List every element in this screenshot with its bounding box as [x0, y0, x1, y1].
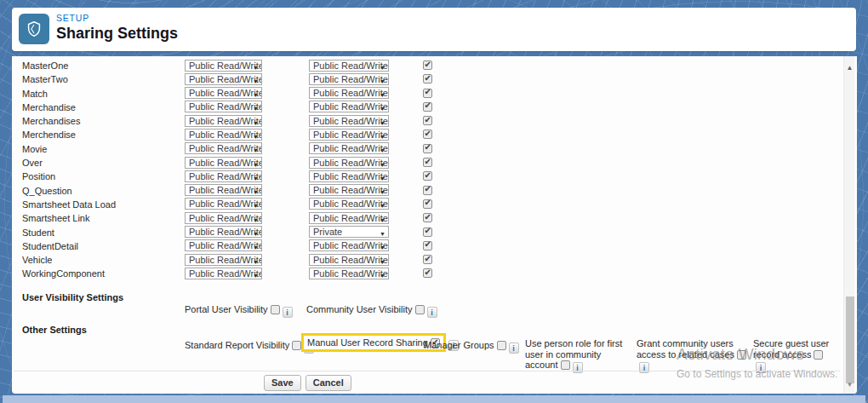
- grant-access-hierarchies-checkbox[interactable]: [423, 144, 432, 153]
- default-internal-access-select[interactable]: Public Read/Write▼: [185, 101, 262, 112]
- table-row: MerchandisePublic Read/Write▼Public Read…: [12, 101, 840, 114]
- default-external-access-select[interactable]: Public Read/Write▼: [309, 60, 389, 72]
- table-row: PositionPublic Read/Write▼Public Read/Wr…: [12, 170, 840, 183]
- default-internal-access-select[interactable]: Public Read/Write▼: [185, 226, 262, 238]
- object-name-label: WorkingComponent: [22, 268, 105, 279]
- grant-access-hierarchies-checkbox[interactable]: [423, 199, 432, 209]
- info-icon[interactable]: i: [639, 362, 649, 373]
- grant-access-hierarchies-checkbox[interactable]: [423, 60, 432, 70]
- grant-access-hierarchies-checkbox[interactable]: [423, 102, 432, 112]
- grant-access-hierarchies-checkbox[interactable]: [423, 89, 432, 98]
- default-internal-access-select[interactable]: Public Read/Write▼: [185, 73, 262, 85]
- grant-access-hierarchies-checkbox[interactable]: [423, 255, 432, 264]
- vertical-scrollbar[interactable]: ▲ ▼: [843, 56, 854, 394]
- save-button[interactable]: Save: [264, 375, 301, 391]
- default-external-access-select[interactable]: Public Read/Write▼: [309, 115, 389, 127]
- selected-option-label: Public Read/Write: [313, 130, 388, 141]
- selected-option-label: Public Read/Write: [313, 143, 388, 154]
- setting-community: Community User Visibilityi: [306, 304, 437, 318]
- table-row: VehiclePublic Read/Write▼Public Read/Wri…: [12, 253, 840, 267]
- default-internal-access-select[interactable]: Public Read/Write▼: [185, 184, 262, 196]
- object-name-label: MasterOne: [22, 60, 68, 71]
- default-external-access-select[interactable]: Public Read/Write▼: [309, 157, 389, 169]
- dropdown-arrow-icon: ▼: [380, 118, 385, 127]
- default-internal-access-select[interactable]: Public Read/Write▼: [185, 198, 262, 210]
- info-icon[interactable]: i: [756, 362, 766, 373]
- bottom-bar: [3, 395, 865, 403]
- portal-checkbox[interactable]: [271, 305, 280, 314]
- grant-access-hierarchies-checkbox[interactable]: [423, 130, 432, 139]
- default-external-access-select[interactable]: Public Read/Write▼: [309, 73, 389, 85]
- secure-guest-checkbox[interactable]: [814, 350, 823, 360]
- selected-option-label: Public Read/Write: [313, 268, 388, 279]
- default-external-access-select[interactable]: Public Read/Write▼: [309, 254, 389, 266]
- setup-eyebrow: SETUP: [56, 13, 178, 23]
- default-internal-access-select[interactable]: Public Read/Write▼: [185, 60, 262, 72]
- grant-access-hierarchies-checkbox[interactable]: [423, 227, 432, 237]
- grant-access-hierarchies-checkbox[interactable]: [423, 268, 432, 278]
- selected-option-label: Public Read/Write: [313, 171, 388, 182]
- info-icon[interactable]: i: [283, 307, 293, 318]
- info-icon[interactable]: i: [573, 362, 583, 373]
- dropdown-arrow-icon: ▼: [253, 271, 259, 279]
- default-external-access-select[interactable]: Public Read/Write▼: [309, 170, 389, 182]
- selected-option-label: Public Read/Write: [189, 143, 262, 154]
- info-icon[interactable]: i: [427, 307, 437, 318]
- default-internal-access-select[interactable]: Public Read/Write▼: [185, 268, 262, 279]
- grant-access-hierarchies-checkbox[interactable]: [423, 213, 432, 222]
- object-name-label: Position: [22, 171, 55, 181]
- grant-access-hierarchies-checkbox[interactable]: [423, 116, 432, 125]
- default-internal-access-select[interactable]: Public Read/Write▼: [185, 129, 262, 141]
- default-external-access-select[interactable]: Public Read/Write▼: [309, 198, 389, 210]
- dropdown-arrow-icon: ▼: [380, 90, 385, 99]
- object-name-label: Merchandise: [22, 102, 76, 112]
- default-external-access-select[interactable]: Public Read/Write▼: [309, 239, 389, 251]
- default-internal-access-select[interactable]: Public Read/Write▼: [185, 254, 262, 266]
- default-internal-access-select[interactable]: Public Read/Write▼: [185, 87, 262, 99]
- grant-access-hierarchies-checkbox[interactable]: [423, 241, 432, 250]
- table-row: OverPublic Read/Write▼Public Read/Write▼: [12, 156, 840, 170]
- default-internal-access-select[interactable]: Public Read/Write▼: [185, 239, 262, 251]
- table-row: Smartsheet LinkPublic Read/Write▼Public …: [12, 211, 840, 225]
- default-external-access-select[interactable]: Public Read/Write▼: [309, 87, 389, 99]
- table-row: WorkingComponentPublic Read/Write▼Public…: [12, 267, 840, 280]
- selected-option-label: Public Read/Write: [189, 213, 262, 224]
- grant-access-hierarchies-checkbox[interactable]: [423, 74, 432, 83]
- grant-access-hierarchies-checkbox[interactable]: [423, 171, 432, 181]
- manager-groups-checkbox[interactable]: [497, 341, 506, 350]
- dropdown-arrow-icon: ▼: [380, 243, 385, 251]
- default-internal-access-select[interactable]: Public Read/Write▼: [185, 115, 262, 127]
- community-checkbox[interactable]: [415, 305, 425, 314]
- dropdown-arrow-icon: ▼: [380, 229, 385, 238]
- default-internal-access-select[interactable]: Public Read/Write▼: [185, 212, 262, 224]
- dropdown-arrow-icon: ▼: [253, 90, 259, 99]
- grant-community-checkbox[interactable]: [737, 350, 746, 360]
- header-text: SETUP Sharing Settings: [56, 13, 178, 43]
- table-row: Q_QuestionPublic Read/Write▼Public Read/…: [12, 184, 840, 198]
- default-external-access-select[interactable]: Public Read/Write▼: [309, 101, 389, 112]
- grant-access-hierarchies-checkbox[interactable]: [423, 158, 432, 167]
- default-external-access-select[interactable]: Private▼: [309, 226, 389, 238]
- standard-report-checkbox[interactable]: [292, 341, 301, 350]
- setting-grant-community: Grant community users access to related …: [637, 338, 753, 373]
- grant-access-hierarchies-checkbox[interactable]: [423, 186, 432, 195]
- dropdown-arrow-icon: ▼: [253, 187, 259, 196]
- default-internal-access-select[interactable]: Public Read/Write▼: [185, 142, 262, 154]
- scroll-down-icon[interactable]: ▼: [844, 381, 855, 389]
- default-internal-access-select[interactable]: Public Read/Write▼: [185, 170, 262, 182]
- scrollbar-thumb[interactable]: [846, 296, 854, 383]
- scroll-up-icon[interactable]: ▲: [844, 64, 855, 72]
- setting-secure-guest: Secure guest user record accessi: [753, 338, 835, 373]
- cancel-button[interactable]: Cancel: [306, 375, 351, 391]
- dropdown-arrow-icon: ▼: [253, 229, 259, 238]
- selected-option-label: Public Read/Write: [189, 60, 262, 72]
- person-role-checkbox[interactable]: [561, 360, 570, 370]
- default-external-access-select[interactable]: Public Read/Write▼: [309, 142, 389, 154]
- default-external-access-select[interactable]: Public Read/Write▼: [309, 129, 389, 141]
- default-internal-access-select[interactable]: Public Read/Write▼: [185, 157, 262, 169]
- info-icon[interactable]: i: [509, 343, 519, 354]
- default-external-access-select[interactable]: Public Read/Write▼: [309, 184, 389, 196]
- default-external-access-select[interactable]: Public Read/Write▼: [309, 212, 389, 224]
- object-name-label: Smartsheet Data Load: [22, 199, 116, 210]
- default-external-access-select[interactable]: Public Read/Write▼: [309, 268, 389, 279]
